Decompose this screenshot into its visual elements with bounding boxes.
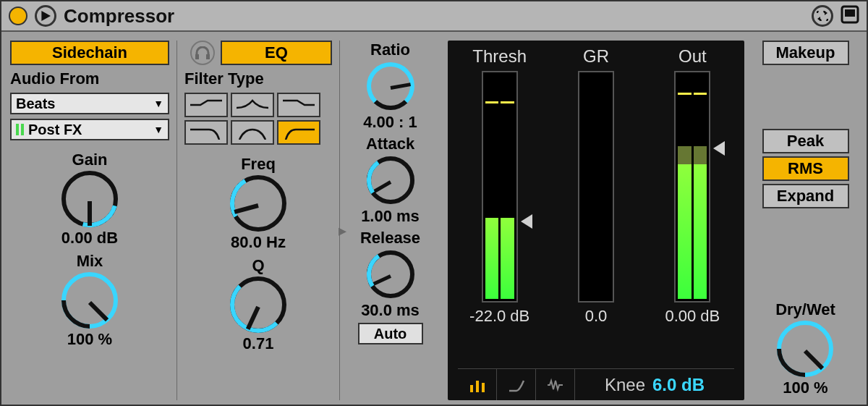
- knee-label: Knee: [605, 375, 645, 395]
- gain-value: 0.00 dB: [61, 229, 118, 248]
- device-activator-icon[interactable]: [9, 7, 27, 25]
- save-preset-icon[interactable]: [841, 5, 859, 27]
- thresh-label: Thresh: [472, 46, 527, 67]
- svg-rect-5: [195, 54, 199, 59]
- svg-marker-0: [41, 11, 51, 21]
- ratio-knob[interactable]: [367, 62, 414, 110]
- freq-value: 80.0 Hz: [231, 233, 286, 252]
- peak-mode-button[interactable]: Peak: [762, 129, 849, 153]
- mix-knob[interactable]: [61, 272, 118, 329]
- attack-knob[interactable]: [367, 156, 414, 204]
- section-expand-arrow-icon[interactable]: ▸: [339, 221, 346, 240]
- compressor-device: Compressor Sidechain Audio From Beats ▼: [0, 0, 868, 406]
- gr-value: 0.0: [585, 307, 608, 326]
- release-value: 30.0 ms: [361, 301, 420, 320]
- sidechain-tab-button[interactable]: Sidechain: [10, 41, 169, 65]
- meter-display: Thresh -22.0 dB GR: [448, 41, 744, 400]
- audio-from-source-select[interactable]: Beats ▼: [10, 93, 169, 114]
- out-label: Out: [678, 46, 707, 67]
- svg-rect-8: [476, 381, 479, 392]
- headphone-listen-icon[interactable]: [190, 41, 215, 65]
- freq-knob[interactable]: [230, 175, 286, 232]
- signal-bars-icon: [16, 124, 24, 135]
- release-knob[interactable]: [367, 250, 414, 298]
- thresh-slider-handle[interactable]: [521, 214, 532, 229]
- hot-swap-icon[interactable]: [812, 5, 833, 27]
- filter-bandpass-button[interactable]: [231, 120, 274, 145]
- q-knob[interactable]: [230, 276, 286, 333]
- svg-rect-6: [206, 54, 210, 59]
- freq-label: Freq: [241, 155, 276, 174]
- auto-release-button[interactable]: Auto: [358, 323, 423, 344]
- audio-from-label: Audio From: [10, 69, 169, 88]
- chevron-down-icon: ▼: [153, 98, 163, 109]
- audio-from-source-value: Beats: [16, 96, 55, 112]
- filter-lowpass-button[interactable]: [184, 120, 228, 145]
- view-activity-button[interactable]: [536, 369, 575, 400]
- out-value[interactable]: 0.00 dB: [665, 307, 720, 326]
- drywet-knob[interactable]: [777, 321, 833, 377]
- q-value: 0.71: [243, 334, 274, 353]
- rms-mode-button[interactable]: RMS: [762, 156, 849, 181]
- out-meter: [674, 71, 710, 303]
- thresh-value[interactable]: -22.0 dB: [469, 307, 529, 326]
- eq-tab-button[interactable]: EQ: [221, 41, 332, 65]
- view-transfer-curve-button[interactable]: [497, 369, 536, 400]
- ratio-value: 4.00 : 1: [363, 113, 417, 132]
- makeup-button[interactable]: Makeup: [762, 41, 849, 65]
- gr-meter: [578, 71, 614, 303]
- device-title: Compressor: [64, 5, 174, 28]
- filter-highshelf-button[interactable]: [277, 93, 320, 117]
- mix-label: Mix: [77, 252, 103, 271]
- out-slider-handle[interactable]: [713, 141, 725, 156]
- mix-value: 100 %: [67, 330, 112, 349]
- svg-rect-4: [845, 9, 855, 17]
- svg-rect-7: [470, 385, 473, 392]
- gain-label: Gain: [72, 151, 108, 169]
- drywet-value: 100 %: [783, 378, 827, 397]
- view-collapsed-button[interactable]: [458, 369, 497, 400]
- device-titlebar: Compressor: [1, 1, 867, 32]
- ratio-label: Ratio: [370, 41, 410, 59]
- expand-mode-button[interactable]: Expand: [762, 184, 849, 208]
- chevron-down-icon: ▼: [153, 124, 163, 135]
- thresh-meter: [482, 71, 518, 303]
- attack-label: Attack: [366, 135, 414, 153]
- device-power-icon[interactable]: [35, 5, 56, 27]
- svg-marker-2: [817, 17, 820, 21]
- audio-from-tap-select[interactable]: Post FX ▼: [10, 119, 169, 140]
- filter-lowshelf-button[interactable]: [184, 93, 228, 117]
- q-label: Q: [252, 256, 264, 275]
- audio-from-tap-value: Post FX: [28, 122, 82, 138]
- filter-type-label: Filter Type: [184, 69, 332, 88]
- svg-marker-1: [825, 11, 827, 15]
- knee-value[interactable]: 6.0 dB: [652, 375, 705, 395]
- gain-knob[interactable]: [61, 171, 118, 227]
- drywet-label: Dry/Wet: [775, 300, 835, 319]
- attack-value: 1.00 ms: [361, 207, 420, 226]
- svg-rect-9: [482, 383, 485, 392]
- filter-highpass-button[interactable]: [277, 120, 320, 145]
- filter-bell-button[interactable]: [231, 93, 274, 117]
- release-label: Release: [360, 229, 420, 248]
- gr-label: GR: [583, 46, 609, 67]
